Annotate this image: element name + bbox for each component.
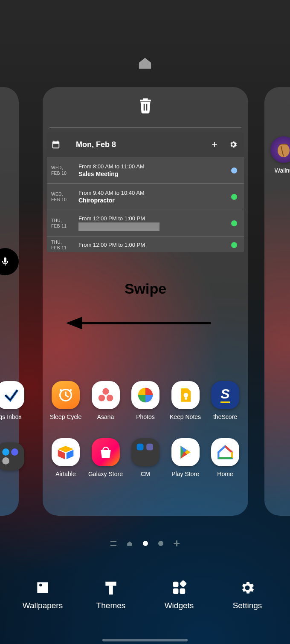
- page-dot-home[interactable]: [127, 540, 133, 546]
- widgets-button[interactable]: Widgets: [149, 580, 209, 610]
- themes-label: Themes: [96, 601, 126, 610]
- app-galaxy-store[interactable]: Galaxy Store: [87, 438, 125, 477]
- svg-point-2: [2, 457, 9, 465]
- themes-button[interactable]: Themes: [81, 580, 141, 610]
- app-label: Galaxy Store: [88, 471, 123, 477]
- svg-rect-17: [137, 444, 144, 451]
- app-label: Sleep Cycle: [50, 413, 82, 420]
- inbox-icon: [0, 381, 24, 409]
- app-thescore[interactable]: S theScore: [206, 381, 244, 420]
- svg-rect-26: [105, 582, 116, 586]
- svg-rect-30: [173, 589, 179, 594]
- svg-rect-29: [180, 589, 186, 594]
- app-label: gs Inbox: [0, 413, 21, 420]
- asana-icon: [92, 381, 120, 409]
- keep-notes-icon: [171, 381, 200, 409]
- app-label: Airtable: [55, 471, 75, 477]
- launcher-edit-bar: Wallpapers Themes Widgets Settings: [0, 570, 290, 620]
- event-time: From 8:00 AM to 11:00 AM: [78, 163, 231, 170]
- event-date: WED, FEB 10: [51, 191, 76, 202]
- folder-icon: [131, 438, 160, 466]
- svg-point-12: [183, 393, 188, 398]
- wallnut-icon: [270, 136, 290, 163]
- event-date: WED, FEB 10: [51, 165, 76, 176]
- home-panel-left[interactable]: gs Inbox: [0, 87, 19, 516]
- app-label: theScore: [213, 413, 237, 420]
- calendar-add-button[interactable]: [208, 138, 221, 151]
- home-panel-right[interactable]: Wallnu: [264, 87, 290, 516]
- calendar-event-row[interactable]: THU, FEB 11 From 12:00 PM to 1:00 PM: [47, 236, 244, 252]
- app-folder[interactable]: [0, 442, 29, 471]
- svg-point-10: [98, 395, 104, 401]
- google-home-icon: [211, 438, 239, 466]
- svg-rect-27: [109, 586, 113, 595]
- calendar-event-row[interactable]: WED, FEB 10 From 8:00 AM to 11:00 AM Sal…: [47, 157, 244, 183]
- app-photos[interactable]: Photos: [127, 381, 164, 420]
- svg-rect-28: [173, 582, 179, 587]
- page-dot-add[interactable]: [174, 540, 180, 546]
- annotation-arrow-icon: [67, 315, 212, 331]
- event-date: THU, FEB 11: [51, 218, 76, 229]
- svg-rect-13: [185, 397, 187, 399]
- app-label: Wallnu: [275, 167, 290, 174]
- calendar-header: Mon, Feb 8: [47, 132, 244, 157]
- app-cm-folder[interactable]: CM: [127, 438, 164, 477]
- event-time: From 12:00 PM to 1:00 PM: [78, 242, 231, 248]
- thescore-icon: S: [211, 381, 239, 409]
- app-google-home[interactable]: Home: [206, 438, 244, 477]
- wallpapers-label: Wallpapers: [23, 601, 63, 610]
- page-dot-apps[interactable]: [110, 541, 116, 546]
- calendar-event-row[interactable]: WED, FEB 10 From 9:40 AM to 10:40 AM Chi…: [47, 183, 244, 210]
- event-color-dot: [231, 220, 237, 226]
- svg-point-9: [102, 388, 109, 395]
- app-airtable[interactable]: Airtable: [47, 438, 84, 477]
- play-store-icon: [171, 438, 200, 466]
- event-name-redacted: [78, 222, 160, 231]
- app-label: Home: [217, 471, 233, 477]
- svg-point-8: [70, 389, 72, 391]
- event-color-dot: [231, 194, 237, 200]
- settings-label: Settings: [233, 601, 262, 610]
- settings-button[interactable]: Settings: [218, 580, 277, 610]
- gesture-nav-bar[interactable]: [102, 639, 188, 641]
- page-dot-current[interactable]: [143, 541, 148, 546]
- calendar-settings-button[interactable]: [227, 138, 240, 151]
- home-panel-main[interactable]: Mon, Feb 8 WED, FEB 10 From 8:00 AM to 1…: [43, 87, 248, 516]
- calendar-icon: [51, 140, 61, 149]
- svg-point-0: [2, 448, 9, 456]
- app-keep-notes[interactable]: Keep Notes: [167, 381, 204, 420]
- photos-icon: [131, 381, 160, 409]
- airtable-icon: [52, 438, 80, 466]
- event-color-dot: [231, 242, 237, 248]
- app-play-store[interactable]: Play Store: [167, 438, 204, 477]
- svg-rect-31: [180, 580, 187, 588]
- galaxy-store-icon: [92, 438, 120, 466]
- app-asana[interactable]: Asana: [87, 381, 125, 420]
- event-time: From 12:00 PM to 1:00 PM: [78, 215, 231, 222]
- panel-divider: [49, 127, 241, 127]
- calendar-event-row[interactable]: THU, FEB 11 From 12:00 PM to 1:00 PM: [47, 210, 244, 236]
- app-inbox[interactable]: gs Inbox: [0, 381, 29, 420]
- calendar-title: Mon, Feb 8: [67, 140, 202, 149]
- event-color-dot: [231, 167, 237, 173]
- wallpapers-button[interactable]: Wallpapers: [13, 580, 72, 610]
- page-indicator[interactable]: [0, 540, 290, 546]
- sleep-cycle-icon: [52, 381, 80, 409]
- event-time: From 9:40 AM to 10:40 AM: [78, 190, 231, 196]
- svg-rect-18: [146, 444, 153, 451]
- app-label: Photos: [136, 413, 155, 420]
- delete-panel-button[interactable]: [136, 96, 155, 115]
- app-label: Asana: [97, 413, 114, 420]
- calendar-widget[interactable]: Mon, Feb 8 WED, FEB 10 From 8:00 AM to 1…: [47, 132, 244, 252]
- page-dot[interactable]: [158, 541, 163, 546]
- app-label: CM: [141, 471, 150, 477]
- event-name: Sales Meeting: [78, 170, 231, 177]
- svg-point-25: [39, 584, 42, 586]
- folder-icon: [0, 442, 24, 471]
- svg-point-7: [60, 389, 62, 391]
- home-shape-icon: [138, 56, 152, 69]
- app-label: Play Store: [171, 471, 199, 477]
- app-wallnut[interactable]: Wallnu: [269, 136, 290, 174]
- app-sleep-cycle[interactable]: Sleep Cycle: [47, 381, 84, 420]
- event-date: THU, FEB 11: [51, 240, 76, 251]
